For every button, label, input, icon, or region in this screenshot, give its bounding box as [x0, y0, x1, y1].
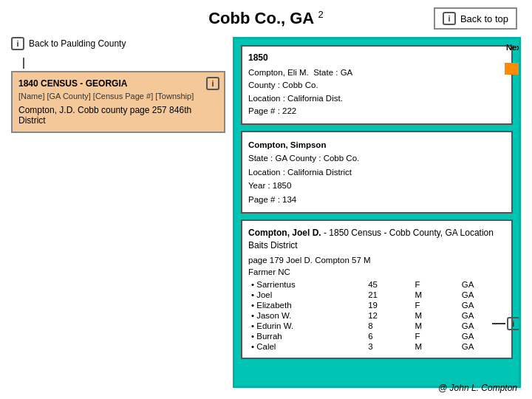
joel-main-box: Compton, Joel D. - 1850 Census - Cobb Co… — [241, 219, 513, 359]
census-entry: Compton, J.D. Cobb county page 257 846th… — [18, 105, 218, 126]
to-paulding-container: i To PauldingCounty 3 — [492, 313, 521, 334]
connector-line — [17, 56, 225, 69]
footer-text: @ John L. Compton — [438, 383, 517, 393]
next-slide-arrow[interactable] — [505, 54, 521, 83]
right-panel: Next Slide i 1850 Compton, Eli M. State … — [233, 37, 521, 388]
header: Cobb Co., GA 2 i Back to top — [0, 0, 532, 33]
member-age: 3 — [365, 341, 412, 352]
main-layout: i Back to Paulding County 1840 CENSUS - … — [0, 33, 532, 392]
census-box-info-icon[interactable]: i — [206, 77, 219, 90]
joel-title: Compton, Joel D. - 1850 Census - Cobb Co… — [248, 227, 505, 252]
next-slide-label: Next Slide — [506, 43, 521, 52]
back-county-icon: i — [11, 37, 24, 50]
record-1850-box: 1850 Compton, Eli M. State : GA County :… — [241, 45, 513, 125]
census-fields: [Name] [GA County] [Census Page #] [Town… — [18, 92, 218, 100]
census-box-title: 1840 CENSUS - GEORGIA — [18, 78, 218, 89]
simpson-name: Compton, Simpson — [248, 140, 326, 149]
census-members-table: • Sarrientus 45 F GA • Joel 21 M GA • El… — [248, 279, 505, 352]
to-paulding-icon[interactable]: i — [507, 317, 520, 330]
member-name: • Burrah — [248, 331, 365, 341]
table-row: • Sarrientus 45 F GA — [248, 279, 505, 290]
table-row: • Jason W. 12 M GA — [248, 310, 505, 321]
table-row: • Edurin W. 8 M GA — [248, 321, 505, 331]
member-age: 12 — [365, 310, 412, 321]
joel-occupation: Farmer NC — [248, 267, 505, 276]
member-name: • Jason W. — [248, 310, 365, 321]
title-sup: 2 — [318, 9, 324, 20]
member-state: GA — [459, 341, 505, 352]
member-age: 8 — [365, 321, 412, 331]
table-row: • Elizabeth 19 F GA — [248, 300, 505, 310]
simpson-box: Compton, Simpson State : GA County : Cob… — [241, 131, 513, 214]
member-age: 21 — [365, 290, 412, 300]
member-name: • Joel — [248, 290, 365, 300]
member-name: • Sarrientus — [248, 279, 365, 290]
joel-page-line: page 179 Joel D. Compton 57 M — [248, 256, 505, 265]
member-state: GA — [459, 300, 505, 310]
footer: @ John L. Compton — [438, 383, 517, 393]
next-slide-container: Next Slide i — [505, 43, 521, 83]
member-state: GA — [459, 279, 505, 290]
back-to-top-button[interactable]: i Back to top — [434, 7, 517, 30]
member-age: 6 — [365, 331, 412, 341]
back-to-top-label: Back to top — [460, 13, 508, 24]
back-to-county-button[interactable]: i Back to Paulding County — [11, 37, 225, 50]
census-box: 1840 CENSUS - GEORGIA [Name] [GA County]… — [11, 71, 225, 133]
member-name: • Elizabeth — [248, 300, 365, 310]
member-sex: F — [412, 300, 458, 310]
page-title: Cobb Co., GA 2 — [133, 9, 399, 28]
member-sex: M — [412, 310, 458, 321]
member-sex: M — [412, 321, 458, 331]
member-name: • Calel — [248, 341, 365, 352]
back-to-top-icon: i — [443, 12, 456, 25]
member-sex: M — [412, 341, 458, 352]
next-slide-arrow-row: i — [505, 54, 521, 83]
record-year: 1850 — [248, 52, 505, 63]
member-sex: F — [412, 279, 458, 290]
back-county-label: Back to Paulding County — [29, 38, 126, 49]
to-paulding-line — [492, 323, 505, 324]
member-sex: F — [412, 331, 458, 341]
table-row: • Calel 3 M GA — [248, 341, 505, 352]
member-sex: M — [412, 290, 458, 300]
member-age: 45 — [365, 279, 412, 290]
member-name: • Edurin W. — [248, 321, 365, 331]
table-row: • Burrah 6 F GA — [248, 331, 505, 341]
left-panel: i Back to Paulding County 1840 CENSUS - … — [11, 37, 225, 388]
joel-name-bold: Compton, Joel D. — [248, 228, 321, 238]
member-state: GA — [459, 290, 505, 300]
simpson-text: Compton, Simpson State : GA County : Cob… — [248, 138, 505, 206]
title-text: Cobb Co., GA — [208, 9, 313, 27]
record1-text: Compton, Eli M. State : GA County : Cobb… — [248, 66, 505, 117]
member-age: 19 — [365, 300, 412, 310]
table-row: • Joel 21 M GA — [248, 290, 505, 300]
